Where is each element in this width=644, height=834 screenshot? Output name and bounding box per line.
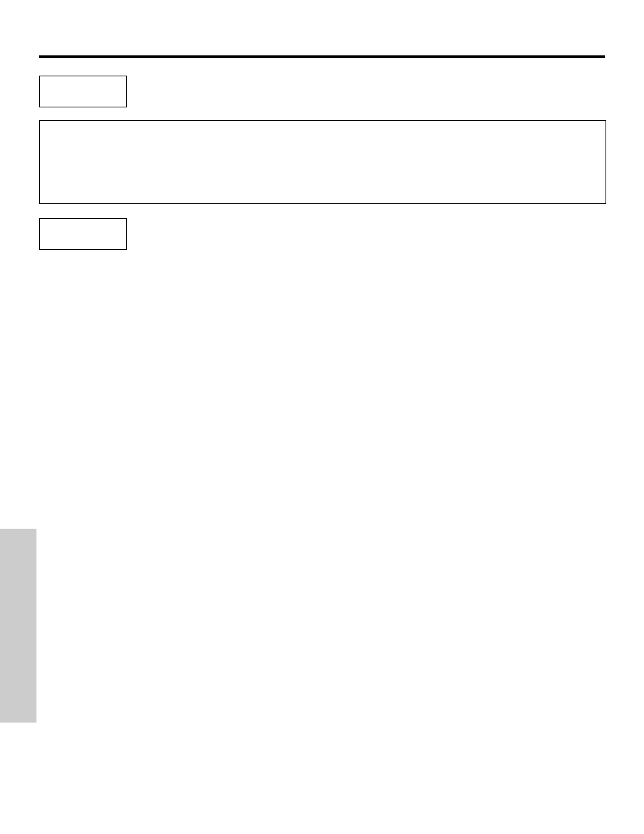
small-box-2 (39, 218, 127, 250)
small-box-1 (39, 76, 127, 107)
side-tab (0, 529, 36, 723)
large-box (39, 120, 606, 204)
header-rule (39, 55, 605, 58)
document-page (0, 0, 644, 834)
